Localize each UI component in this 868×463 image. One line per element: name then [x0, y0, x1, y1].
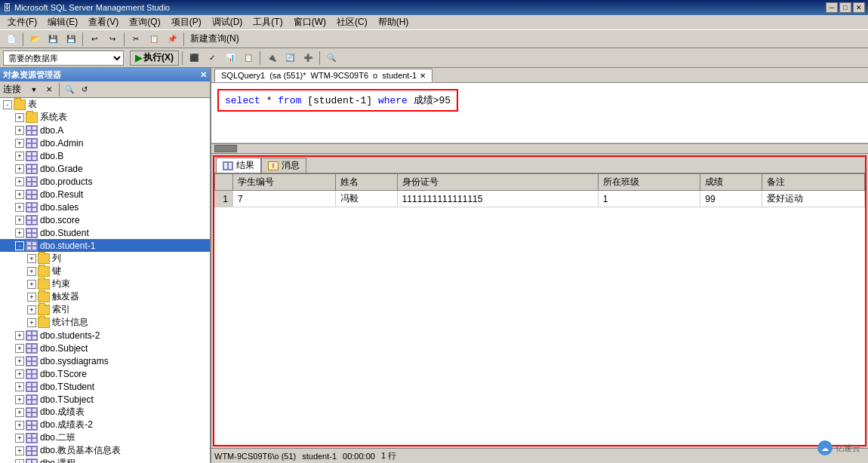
tree-item-constraints[interactable]: + 约束 [0, 277, 210, 290]
database-selector[interactable]: 需要的数据库 [3, 51, 124, 66]
refresh-btn[interactable]: ↺ [78, 83, 91, 97]
tree-item-subject[interactable]: + dbo.Subject [0, 342, 210, 354]
tree-item-sysdiagrams[interactable]: + dbo.sysdiagrams [0, 354, 210, 367]
results-tab-messages[interactable]: ! 消息 [261, 158, 306, 173]
tree-item-dbo-student[interactable]: + dbo.Student [0, 226, 210, 239]
tree-item-dbo-products[interactable]: + dbo.products [0, 175, 210, 188]
tree-item-tables[interactable]: - 表 [0, 98, 210, 111]
execute-button[interactable]: ▶ 执行(X) [130, 51, 179, 66]
expand-constraints-icon[interactable]: + [27, 280, 36, 289]
scrollbar-thumb[interactable] [214, 145, 237, 152]
expand-subject-icon[interactable]: + [15, 344, 24, 353]
tree-item-dbo-result[interactable]: + dbo.Result [0, 188, 210, 201]
close-button[interactable]: ✕ [853, 2, 865, 13]
query-editor-area[interactable]: select * from [student-1] where 成绩>95 [211, 83, 868, 143]
sql-query-box[interactable]: select * from [student-1] where 成绩>95 [217, 89, 458, 112]
expand-grade-icon[interactable]: + [15, 164, 24, 173]
save-button[interactable]: 💾 [45, 32, 61, 47]
minimize-button[interactable]: ─ [826, 2, 838, 13]
menu-item-7[interactable]: 窗口(W) [289, 15, 331, 29]
expand-columns-icon[interactable]: + [27, 254, 36, 263]
save-all-button[interactable]: 💾 [63, 32, 79, 47]
menu-item-2[interactable]: 查看(V) [84, 15, 123, 29]
menu-item-4[interactable]: 项目(P) [167, 15, 206, 29]
expand-student-icon[interactable]: + [15, 228, 24, 238]
parse-button[interactable]: ✓ [204, 51, 220, 66]
expand-student1-icon[interactable]: - [15, 241, 24, 250]
expand-stats-icon[interactable]: + [27, 318, 36, 327]
expand-admin-icon[interactable]: + [15, 139, 24, 148]
tree-item-jiaoyuan[interactable]: + dbo.教员基本信息表 [0, 444, 210, 457]
tree-item-tstudent[interactable]: + dbo.TStudent [0, 380, 210, 393]
tree-item-chengji2[interactable]: + dbo.成绩表-2 [0, 419, 210, 431]
expand-system-icon[interactable]: + [15, 113, 24, 122]
tree-item-chengji[interactable]: + dbo.成绩表 [0, 406, 210, 419]
stop-button[interactable]: ⬛ [186, 51, 202, 66]
expand-kecheng-icon[interactable]: + [15, 459, 24, 464]
expand-sysdiagrams-icon[interactable]: + [15, 357, 24, 366]
expand-triggers-icon[interactable]: + [27, 293, 36, 302]
expand-chengji2-icon[interactable]: + [15, 421, 24, 430]
panel-close-icon[interactable]: ✕ [200, 70, 207, 80]
tree-item-dbo-b[interactable]: + dbo.B [0, 149, 210, 162]
results-button[interactable]: 📋 [240, 51, 257, 66]
expand-jiaoyuan-icon[interactable]: + [15, 446, 24, 455]
expand-sales-icon[interactable]: + [15, 203, 24, 212]
results-grid[interactable]: 学生编号 姓名 身份证号 所在班级 成绩 备注 1 7 冯毅 [214, 173, 865, 445]
expand-keys-icon[interactable]: + [27, 267, 36, 276]
connect-btn[interactable]: ▼ [27, 83, 41, 97]
tree-item-students2[interactable]: + dbo.students-2 [0, 329, 210, 342]
redo-button[interactable]: ↪ [104, 32, 121, 47]
query-tab-1[interactable]: SQLQuery1 (sa (551)* WTM-9CS09T6 o stude… [214, 69, 432, 82]
display-plan-button[interactable]: 📊 [222, 51, 239, 66]
new-query-button[interactable]: 📄 [3, 32, 20, 47]
menu-item-8[interactable]: 社区(C) [332, 15, 372, 29]
add-conn-button[interactable]: ➕ [300, 51, 316, 66]
menu-item-5[interactable]: 调试(D) [208, 15, 248, 29]
expand-score-icon[interactable]: + [15, 216, 24, 225]
expand-a-icon[interactable]: + [15, 126, 24, 135]
tree-item-erban[interactable]: + dbo.二班 [0, 431, 210, 444]
connection-button[interactable]: 🔌 [263, 51, 280, 66]
filter-btn[interactable]: 🔍 [63, 83, 76, 97]
tree-item-dbo-sales[interactable]: + dbo.sales [0, 201, 210, 213]
expand-tsubject-icon[interactable]: + [15, 395, 24, 404]
results-tab-grid[interactable]: 结果 [216, 158, 261, 173]
change-conn-button[interactable]: 🔄 [282, 51, 298, 66]
query-h-scrollbar[interactable] [211, 143, 868, 154]
menu-item-1[interactable]: 编辑(E) [43, 15, 82, 29]
tree-item-dbo-score[interactable]: + dbo.score [0, 213, 210, 226]
expand-erban-icon[interactable]: + [15, 434, 24, 443]
menu-item-9[interactable]: 帮助(H) [374, 15, 414, 29]
tree-item-columns[interactable]: + 列 [0, 252, 210, 265]
tree-item-stats[interactable]: + 统计信息 [0, 316, 210, 329]
copy-button[interactable]: 📋 [146, 32, 162, 47]
expand-tstudent-icon[interactable]: + [15, 382, 24, 391]
expand-products-icon[interactable]: + [15, 177, 24, 186]
maximize-button[interactable]: □ [839, 2, 851, 13]
expand-tscore-icon[interactable]: + [15, 369, 24, 379]
expand-tables-icon[interactable]: - [3, 100, 12, 109]
expand-b-icon[interactable]: + [15, 152, 24, 161]
expand-chengji-icon[interactable]: + [15, 408, 24, 417]
undo-button[interactable]: ↩ [86, 32, 103, 47]
tree-item-indexes[interactable]: + 索引 [0, 303, 210, 316]
expand-indexes-icon[interactable]: + [27, 305, 36, 314]
zoom-button[interactable]: 🔍 [323, 51, 340, 66]
tree-item-dbo-student1[interactable]: - dbo.student-1 [0, 239, 210, 252]
open-button[interactable]: 📂 [26, 32, 43, 47]
menu-item-6[interactable]: 工具(T) [248, 15, 287, 29]
paste-button[interactable]: 📌 [164, 32, 180, 47]
tree-item-triggers[interactable]: + 触发器 [0, 290, 210, 303]
cut-button[interactable]: ✂ [128, 32, 144, 47]
object-explorer-tree[interactable]: - 表 + 系统表 + dbo.A + dbo.Admin [0, 98, 210, 463]
menu-item-3[interactable]: 查询(Q) [125, 15, 165, 29]
tree-item-dbo-admin[interactable]: + dbo.Admin [0, 136, 210, 149]
expand-students2-icon[interactable]: + [15, 331, 24, 340]
tree-item-dbo-grade[interactable]: + dbo.Grade [0, 162, 210, 175]
tree-item-kecheng[interactable]: + dbo.课程 [0, 457, 210, 463]
query-tab-close-icon[interactable]: ✕ [420, 72, 426, 80]
tree-item-dbo-a[interactable]: + dbo.A [0, 124, 210, 136]
tree-item-tsubject[interactable]: + dbo.TSubject [0, 393, 210, 406]
tree-item-keys[interactable]: + 键 [0, 265, 210, 277]
